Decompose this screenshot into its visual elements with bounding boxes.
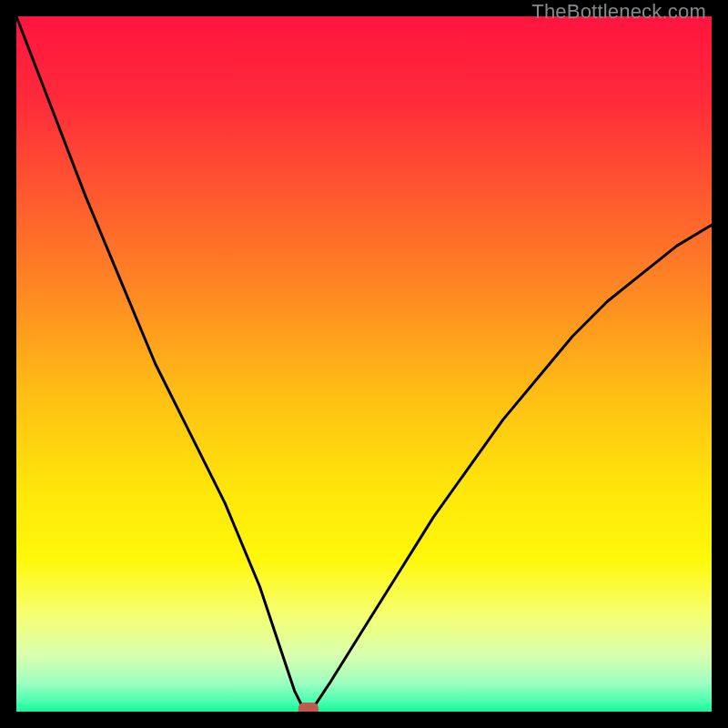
watermark-text: TheBottleneck.com [531,0,706,24]
plot-area [16,16,712,712]
minimum-marker [298,703,318,712]
bottleneck-chart: TheBottleneck.com [0,0,728,728]
bottleneck-curve [16,16,712,712]
curve-layer [16,16,712,712]
